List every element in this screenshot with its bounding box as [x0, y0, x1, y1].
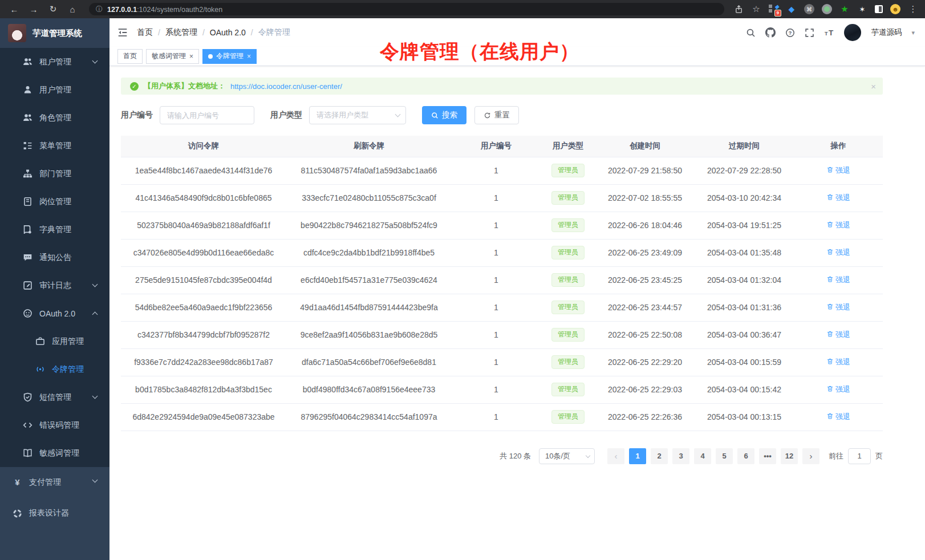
- sidebar-item-error-code[interactable]: 错误码管理: [0, 411, 109, 439]
- reset-button[interactable]: 重置: [474, 106, 519, 124]
- token-table: 访问令牌刷新令牌用户编号用户类型创建时间过期时间操作 1ea5e44f8bc14…: [121, 136, 883, 431]
- page-button[interactable]: 6: [737, 448, 754, 464]
- breadcrumb-item[interactable]: 系统管理: [165, 27, 197, 38]
- page-button[interactable]: 4: [694, 448, 711, 464]
- fullscreen-icon[interactable]: [805, 28, 814, 38]
- browser-url-bar[interactable]: ⓘ 127.0.0.1:1024/system/oauth2/token: [89, 3, 724, 15]
- chevron-down-icon: [92, 477, 98, 483]
- sidebar-item-post[interactable]: 岗位管理: [0, 188, 109, 216]
- page-button[interactable]: 1: [629, 448, 646, 464]
- tab-close-icon[interactable]: ×: [247, 52, 251, 60]
- refresh-token-cell: e6cfd40eb1f54571a31e775e039c4624: [286, 266, 452, 294]
- sidebar-item-audit-log[interactable]: 审计日志: [0, 271, 109, 299]
- force-logout-link[interactable]: 强退: [826, 412, 850, 422]
- token-row: 41c41346a548490f9dc8b01c6bfe0865333ecfc7…: [121, 184, 883, 212]
- force-logout-link[interactable]: 强退: [826, 357, 850, 367]
- access-token-cell: 275e5de9151045fe87cbdc395e004f4d: [121, 266, 286, 294]
- search-button[interactable]: 搜索: [422, 106, 466, 124]
- access-token-cell: c342377bf8b344799dcbf7bf095287f2: [121, 321, 286, 348]
- goto-page-input[interactable]: [848, 448, 871, 464]
- gem-extension-icon[interactable]: ◆: [786, 4, 797, 14]
- force-logout-link[interactable]: 强退: [826, 384, 850, 395]
- github-icon[interactable]: [765, 27, 776, 38]
- bookmark-star-icon[interactable]: ☆: [751, 4, 761, 14]
- sidepanel-icon[interactable]: [875, 5, 883, 13]
- page-button[interactable]: 2: [651, 448, 668, 464]
- command-extension-icon[interactable]: ⌘: [804, 4, 814, 14]
- search-icon[interactable]: [746, 28, 756, 38]
- pin-extension-icon[interactable]: ✶: [857, 4, 867, 14]
- font-size-icon[interactable]: TT: [824, 28, 834, 37]
- share-icon[interactable]: [733, 4, 744, 14]
- tab-home[interactable]: 首页: [117, 49, 143, 64]
- url-host: 127.0.0.1: [107, 6, 137, 14]
- sidebar-item-tenant[interactable]: 租户管理: [0, 48, 109, 76]
- sidebar-item-dict[interactable]: 字典管理: [0, 216, 109, 244]
- force-logout-link[interactable]: 强退: [826, 275, 850, 285]
- sidebar-collapse-icon[interactable]: [117, 27, 128, 38]
- force-logout-link[interactable]: 强退: [826, 165, 850, 176]
- recorder-extension-icon[interactable]: [822, 4, 832, 14]
- user-type-select[interactable]: 请选择用户类型: [309, 106, 406, 124]
- sidebar-item-notice[interactable]: 通知公告: [0, 244, 109, 271]
- extension-grid-icon[interactable]: ◆9: [769, 4, 779, 14]
- user-id-input[interactable]: [160, 106, 254, 124]
- page-button[interactable]: 5: [716, 448, 733, 464]
- breadcrumb-item[interactable]: 首页: [137, 27, 153, 38]
- sidebar-item-sms[interactable]: 短信管理: [0, 383, 109, 411]
- browser-menu-icon[interactable]: ⋮: [908, 4, 918, 14]
- browser-back-icon[interactable]: ←: [7, 5, 22, 14]
- force-logout-link[interactable]: 强退: [826, 247, 850, 258]
- sidebar-item-user[interactable]: 用户管理: [0, 76, 109, 104]
- refresh-token-cell: 333ecfc71e02480cb11055c875c3ca0f: [286, 184, 452, 212]
- sidebar-item-oauth2[interactable]: OAuth 2.0: [0, 299, 109, 327]
- prev-page-button[interactable]: ‹: [607, 448, 624, 464]
- alert-doc-link[interactable]: https://doc.iocoder.cn/user-center/: [230, 82, 342, 91]
- page-button[interactable]: 12: [781, 448, 798, 464]
- force-logout-link[interactable]: 强退: [826, 302, 850, 313]
- expire-time-cell: 2054-03-04 01:31:36: [695, 294, 794, 321]
- sidebar-item-oauth2-app[interactable]: 应用管理: [0, 327, 109, 355]
- green-star-extension-icon[interactable]: ★: [839, 4, 850, 14]
- column-header: 操作: [794, 136, 883, 157]
- sidebar-item-role[interactable]: 角色管理: [0, 104, 109, 132]
- alert-close-icon[interactable]: ×: [871, 82, 876, 91]
- sidebar-item-menu[interactable]: 菜单管理: [0, 132, 109, 160]
- user-avatar[interactable]: [844, 24, 861, 41]
- next-page-button[interactable]: ›: [802, 448, 819, 464]
- sidebar-item-sensitive-word[interactable]: 敏感词管理: [0, 439, 109, 467]
- sidebar-item-label: 角色管理: [39, 113, 71, 123]
- app-logo-row[interactable]: 芋道管理系统: [0, 18, 109, 48]
- breadcrumb-item[interactable]: OAuth 2.0: [210, 28, 246, 37]
- user-type-cell: 管理员: [541, 348, 595, 376]
- force-logout-link[interactable]: 强退: [826, 193, 850, 203]
- browser-home-icon[interactable]: ⌂: [65, 5, 80, 14]
- force-logout-link[interactable]: 强退: [826, 220, 850, 230]
- page-size-select[interactable]: 10条/页: [539, 448, 595, 464]
- tab-sensitive-word[interactable]: 敏感词管理×: [146, 49, 199, 64]
- created-time-cell: 2022-06-25 23:45:25: [595, 266, 695, 294]
- sidebar-menu: 租户管理用户管理角色管理菜单管理部门管理岗位管理字典管理通知公告审计日志OAut…: [0, 48, 109, 529]
- browser-forward-icon[interactable]: →: [26, 5, 41, 14]
- tab-close-icon[interactable]: ×: [189, 52, 193, 60]
- tab-token[interactable]: 令牌管理×: [202, 49, 257, 64]
- sidebar-item-label: 错误码管理: [39, 420, 79, 431]
- refresh-token-cell: b0df4980ffd34c67a08f9156e4eee733: [286, 376, 452, 403]
- sidebar-item-pay[interactable]: ¥支付管理: [0, 467, 109, 498]
- browser-reload-icon[interactable]: ↻: [46, 4, 60, 14]
- sidebar-item-label: 字典管理: [39, 225, 71, 235]
- sidebar-item-dept[interactable]: 部门管理: [0, 160, 109, 188]
- more-pages-button[interactable]: •••: [759, 448, 776, 464]
- app-logo: [8, 24, 26, 42]
- page-button[interactable]: 3: [672, 448, 689, 464]
- username[interactable]: 芋道源码: [871, 27, 902, 38]
- chevron-down-icon: [92, 282, 98, 287]
- sidebar-item-report-designer[interactable]: 报表设计器: [0, 498, 109, 529]
- breadcrumb-separator: /: [251, 28, 253, 37]
- site-info-icon[interactable]: ⓘ: [96, 5, 103, 14]
- emoji-extension-icon[interactable]: ☻: [890, 4, 900, 14]
- refresh-token-cell: 8796295f04064c2983414cc54af1097a: [286, 403, 452, 431]
- force-logout-link[interactable]: 强退: [826, 330, 850, 340]
- sidebar-item-oauth2-token[interactable]: 令牌管理: [0, 355, 109, 383]
- help-icon[interactable]: ?: [785, 28, 795, 38]
